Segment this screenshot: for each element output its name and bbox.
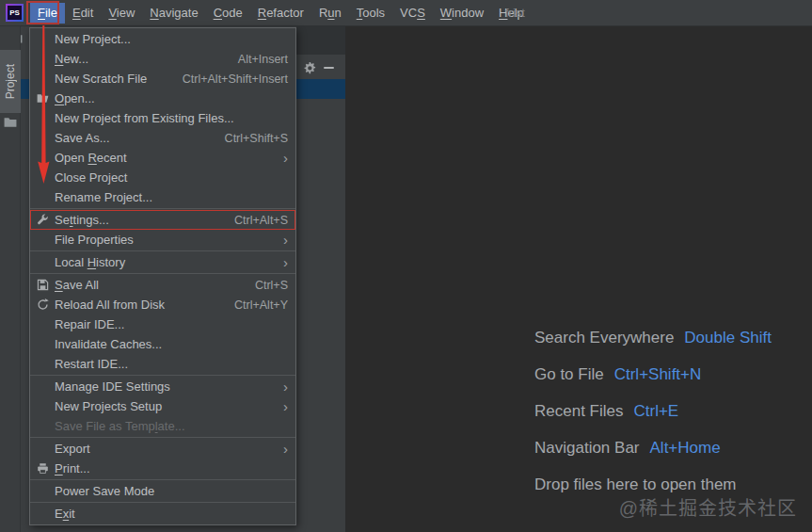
menu-item-rename-project[interactable]: Rename Project...	[30, 187, 295, 207]
file-menu-popup: New Project...New...Alt+InsertNew Scratc…	[29, 27, 296, 525]
menu-item-reload-all-from-disk[interactable]: Reload All from DiskCtrl+Alt+Y	[30, 295, 295, 314]
menu-item-new-project[interactable]: New Project...	[30, 29, 295, 49]
menu-item-save-all[interactable]: Save AllCtrl+S	[30, 275, 295, 295]
mnemonic-underline: N	[55, 52, 63, 66]
mnemonic-underline: S	[55, 278, 63, 292]
menu-item-manage-ide-settings[interactable]: Manage IDE Settings›	[30, 377, 295, 396]
menu-item-label: Settings...	[55, 213, 109, 227]
tool-stripe: Project	[0, 26, 21, 532]
menu-item-file-properties[interactable]: File Properties›	[30, 230, 295, 250]
menu-item-label: New Scratch File	[55, 72, 147, 86]
menubar-item-file[interactable]: File	[30, 3, 65, 24]
folder-icon[interactable]	[4, 115, 17, 132]
submenu-arrow-icon: ›	[283, 255, 288, 269]
menu-item-power-save-mode[interactable]: Power Save Mode	[30, 481, 295, 501]
mnemonic-underline: t	[70, 213, 73, 227]
project-tool-button[interactable]: Project	[0, 50, 21, 113]
menu-item-label: Open Recent	[55, 151, 127, 165]
menu-item-label: Save All	[55, 278, 99, 292]
menu-item-repair-ide[interactable]: Repair IDE...	[30, 314, 295, 334]
mnemonic-underline: T	[357, 6, 363, 20]
mnemonic-underline: x	[63, 507, 70, 521]
mnemonic-underline: C	[214, 6, 222, 20]
menu-item-invalidate-caches[interactable]: Invalidate Caches...	[30, 334, 295, 354]
menu-item-print[interactable]: Print...	[30, 459, 295, 478]
hint-keys: Double Shift	[684, 329, 772, 347]
menu-separator	[30, 479, 295, 480]
menubar-item-view[interactable]: View	[101, 3, 142, 24]
menu-item-new-scratch-file[interactable]: New Scratch FileCtrl+Alt+Shift+Insert	[30, 69, 295, 89]
menu-separator	[30, 273, 295, 274]
mnemonic-underline: S	[417, 6, 425, 20]
hint-keys: Alt+Home	[650, 439, 721, 457]
gear-icon[interactable]	[303, 61, 316, 74]
hide-panel-icon[interactable]	[324, 66, 335, 70]
hint-keys: Ctrl+Shift+N	[614, 365, 702, 383]
editor-hint-navigation-bar: Navigation BarAlt+Home	[534, 439, 772, 460]
menu-item-open-recent[interactable]: Open Recent›	[30, 148, 295, 168]
menubar-items: FileEditViewNavigateCodeRefactorRunTools…	[30, 3, 532, 24]
open-folder-icon	[36, 93, 50, 104]
menubar-item-code[interactable]: Code	[206, 3, 250, 24]
hint-label: Recent Files	[534, 402, 623, 420]
menu-separator	[30, 250, 295, 251]
menu-item-label: New...	[55, 52, 88, 66]
menu-item-export[interactable]: Export›	[30, 439, 295, 459]
menu-separator	[30, 437, 295, 438]
mnemonic-underline: O	[55, 91, 64, 105]
menu-item-label: Export	[55, 442, 90, 456]
mnemonic-underline: H	[88, 255, 96, 269]
menu-item-new-project-from-existing-files[interactable]: New Project from Existing Files...	[30, 108, 295, 128]
menu-item-label: Save File as Template...	[55, 419, 185, 433]
menubar-item-vcs[interactable]: VCS	[392, 3, 433, 24]
menu-separator	[30, 208, 295, 209]
menubar-item-run[interactable]: Run	[311, 3, 349, 24]
submenu-arrow-icon: ›	[283, 151, 288, 165]
menu-item-label: Save As...	[55, 131, 110, 145]
menu-item-shortcut: Ctrl+Alt+S	[234, 214, 288, 227]
editor-area: Search EverywhereDouble ShiftGo to FileC…	[345, 26, 812, 532]
editor-hint-recent-files: Recent FilesCtrl+E	[534, 402, 772, 424]
menu-item-label: Open...	[55, 91, 95, 105]
submenu-arrow-icon: ›	[283, 379, 288, 394]
menu-item-label: Restart IDE...	[55, 357, 128, 371]
menubar-item-window[interactable]: Window	[433, 3, 491, 24]
menu-bar: PS FileEditViewNavigateCodeRefactorRunTo…	[0, 0, 812, 26]
menu-item-settings[interactable]: Settings...Ctrl+Alt+S	[30, 210, 295, 230]
menu-item-label: Close Project	[55, 170, 127, 185]
menu-item-restart-ide[interactable]: Restart IDE...	[30, 354, 295, 374]
mnemonic-underline: R	[258, 6, 266, 20]
save-icon	[36, 279, 50, 291]
menu-item-label: Invalidate Caches...	[55, 337, 162, 351]
hint-label: Navigation Bar	[534, 439, 640, 457]
menu-item-save-file-as-template: Save File as Template...	[30, 416, 295, 436]
submenu-arrow-icon: ›	[283, 399, 288, 413]
window-title: frist	[505, 0, 525, 26]
menubar-item-navigate[interactable]: Navigate	[142, 3, 205, 24]
menu-item-new-projects-setup[interactable]: New Projects Setup›	[30, 396, 295, 416]
menu-separator	[30, 375, 295, 376]
mnemonic-underline: N	[150, 6, 158, 20]
hint-label: Go to File	[534, 365, 604, 383]
menu-item-open[interactable]: Open...	[30, 89, 295, 108]
submenu-arrow-icon: ›	[283, 442, 288, 456]
mnemonic-underline: V	[108, 6, 116, 20]
menubar-item-tools[interactable]: Tools	[349, 3, 392, 24]
mnemonic-underline: l	[155, 419, 158, 433]
editor-hint-go-to-file: Go to FileCtrl+Shift+N	[534, 365, 772, 387]
mnemonic-underline: E	[72, 6, 81, 20]
menu-item-save-as[interactable]: Save As...Ctrl+Shift+S	[30, 128, 295, 148]
menu-item-new[interactable]: New...Alt+Insert	[30, 49, 295, 69]
hint-label: Drop files here to open them	[534, 476, 737, 493]
menu-item-local-history[interactable]: Local History›	[30, 252, 295, 272]
menu-item-label: Local History	[55, 255, 125, 269]
menu-item-label: New Project from Existing Files...	[55, 111, 234, 125]
menubar-item-refactor[interactable]: Refactor	[250, 3, 311, 24]
menubar-item-edit[interactable]: Edit	[65, 3, 101, 24]
mnemonic-underline: R	[88, 151, 96, 165]
menu-item-close-project[interactable]: Close Project	[30, 168, 295, 187]
menu-item-label: New Projects Setup	[55, 399, 162, 413]
menu-item-exit[interactable]: Exit	[30, 504, 295, 524]
mnemonic-underline: P	[55, 461, 63, 476]
menu-item-label: Print...	[55, 461, 90, 476]
